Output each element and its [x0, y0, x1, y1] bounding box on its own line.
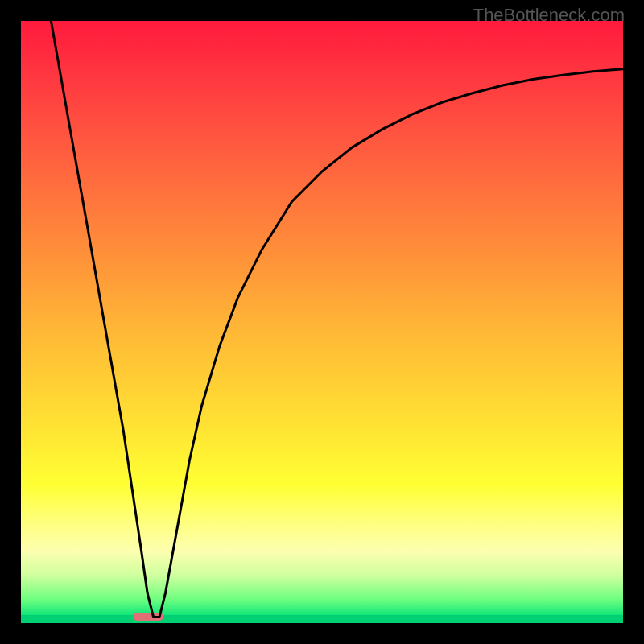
plot-area: [21, 21, 623, 623]
watermark-text: TheBottleneck.com: [473, 5, 625, 26]
bottleneck-curve: [21, 21, 623, 623]
